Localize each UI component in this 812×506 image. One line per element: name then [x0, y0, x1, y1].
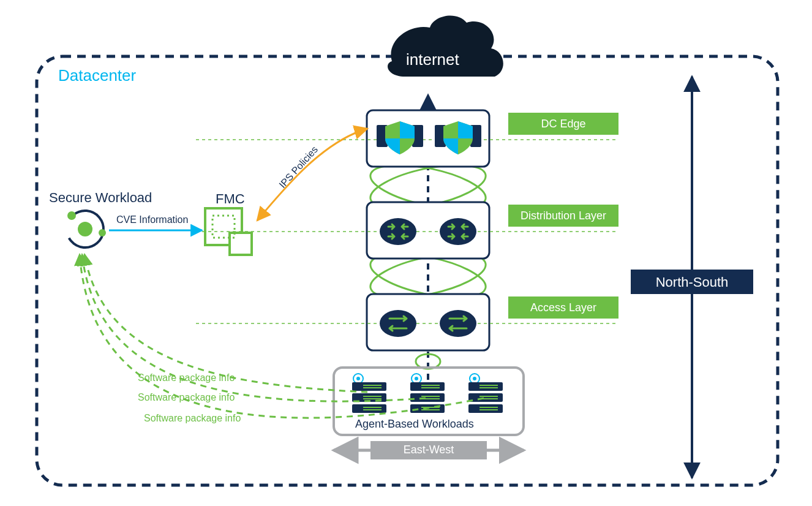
svg-rect-25	[410, 382, 445, 391]
svg-rect-33	[421, 409, 440, 410]
internet-label: internet	[406, 50, 459, 69]
svg-rect-36	[468, 382, 503, 391]
svg-rect-17	[363, 385, 382, 386]
svg-rect-20	[363, 398, 382, 399]
svg-rect-40	[479, 387, 498, 388]
svg-point-13	[356, 377, 360, 380]
pkg-label-1: Software package info	[138, 372, 235, 383]
ips-policies-arrow	[257, 129, 367, 221]
svg-rect-18	[363, 387, 382, 388]
east-west-label: East-West	[383, 444, 475, 456]
svg-point-35	[473, 377, 476, 380]
svg-rect-37	[468, 393, 503, 402]
server-icon	[352, 374, 386, 413]
fmc-label: FMC	[216, 191, 245, 207]
datacenter-title: Datacenter	[58, 66, 136, 85]
access-label: Access Layer	[521, 301, 606, 314]
svg-rect-16	[352, 404, 386, 413]
distribution-label: Distribution Layer	[513, 210, 614, 222]
svg-point-48	[99, 229, 106, 236]
north-south-label: North-South	[643, 274, 741, 290]
pkg-label-3: Software package info	[144, 413, 241, 424]
svg-rect-43	[479, 407, 498, 408]
cve-label: CVE Information	[116, 214, 188, 225]
fmc-icon	[205, 208, 252, 255]
svg-point-47	[67, 211, 76, 220]
svg-point-46	[78, 222, 92, 236]
switch-icon	[380, 310, 416, 337]
svg-rect-14	[352, 382, 386, 391]
svg-rect-50	[230, 233, 252, 255]
svg-point-10	[380, 310, 416, 337]
svg-point-11	[440, 310, 476, 337]
svg-rect-21	[363, 407, 382, 408]
switch-icon	[440, 310, 476, 337]
svg-rect-38	[468, 404, 503, 413]
svg-rect-41	[479, 396, 498, 397]
svg-point-9	[440, 218, 476, 245]
svg-point-24	[415, 377, 418, 380]
svg-point-8	[380, 218, 416, 245]
svg-rect-30	[421, 396, 440, 397]
diagram-canvas: internet Datacenter Secure Workload CVE …	[0, 0, 812, 506]
svg-rect-28	[421, 385, 440, 386]
workloads-label: Agent-Based Workloads	[355, 418, 474, 431]
router-icon	[440, 218, 476, 245]
svg-rect-44	[479, 409, 498, 410]
svg-rect-19	[363, 396, 382, 397]
secure-workload-icon	[59, 203, 111, 255]
server-icon	[468, 374, 503, 413]
router-icon	[380, 218, 416, 245]
dc-edge-label: DC Edge	[521, 118, 606, 130]
secure-workload-label: Secure Workload	[49, 190, 152, 206]
pkg-label-2: Software package info	[138, 392, 235, 403]
svg-rect-26	[410, 393, 445, 402]
svg-rect-29	[421, 387, 440, 388]
svg-rect-39	[479, 385, 498, 386]
svg-rect-22	[363, 409, 382, 410]
